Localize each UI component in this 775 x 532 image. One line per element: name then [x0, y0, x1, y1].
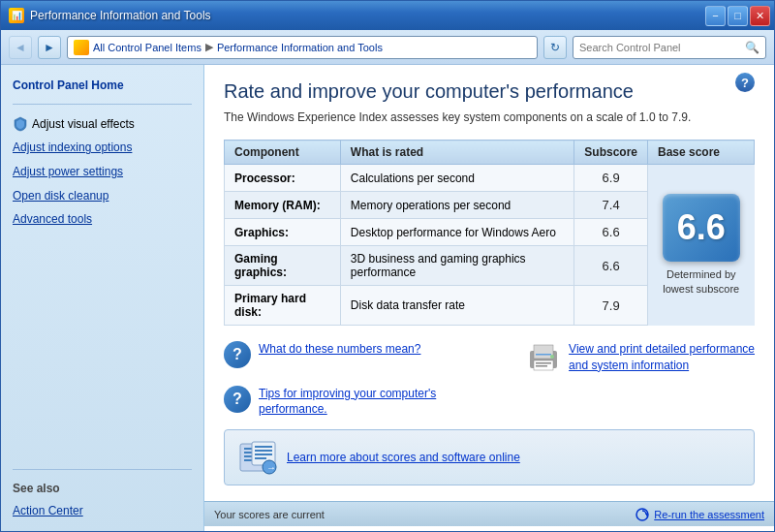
breadcrumb: All Control Panel Items ▶ Performance In…: [93, 41, 383, 53]
base-score-cell: 6.6Determined by lowest subscore: [648, 165, 755, 326]
learn-icon: →: [238, 440, 277, 475]
col-subscore: Subscore: [574, 141, 648, 165]
shield-icon: [13, 116, 28, 132]
sidebar-home-link[interactable]: Control Panel Home: [1, 73, 203, 96]
minimize-button[interactable]: −: [705, 6, 726, 26]
component-cell: Memory (RAM):: [225, 192, 341, 219]
sidebar-item-visual-effects-label: Adjust visual effects: [32, 117, 135, 131]
sidebar-divider: [13, 104, 192, 105]
rerun-link[interactable]: Re-run the assessment: [635, 507, 764, 522]
col-what-rated: What is rated: [340, 141, 574, 165]
svg-rect-1: [534, 345, 553, 359]
svg-rect-4: [536, 362, 551, 364]
col-base-score: Base score: [648, 141, 755, 165]
subscore-cell: 7.4: [574, 192, 648, 219]
sidebar-item-action-center[interactable]: Action Center: [1, 499, 203, 523]
sidebar-item-advanced-tools[interactable]: Advanced tools: [1, 207, 203, 232]
rerun-label: Re-run the assessment: [654, 509, 764, 520]
svg-text:→: →: [266, 462, 276, 473]
what-numbers-link[interactable]: What do these numbers mean?: [259, 341, 420, 358]
svg-rect-14: [255, 450, 272, 452]
col-component: Component: [225, 141, 341, 165]
refresh-icon: [635, 507, 650, 522]
svg-rect-13: [255, 446, 272, 448]
sidebar-item-indexing[interactable]: Adjust indexing options: [1, 136, 203, 160]
svg-rect-3: [536, 354, 551, 356]
window-title: Performance Information and Tools: [30, 9, 211, 22]
title-bar-left: 📊 Performance Information and Tools: [9, 8, 211, 23]
tips-item: ? Tips for improving your computer's per…: [224, 386, 755, 419]
view-print-link[interactable]: View and print detailed performance and …: [569, 341, 755, 374]
page-subtitle: The Windows Experience Index assesses ke…: [224, 110, 755, 124]
main-window: 📊 Performance Information and Tools − □ …: [0, 0, 775, 532]
what-rated-cell: 3D business and gaming graphics performa…: [340, 246, 574, 286]
svg-point-6: [550, 355, 554, 359]
search-box: 🔍: [573, 36, 766, 59]
address-icon: [74, 40, 89, 55]
content-pane: ? Rate and improve your computer's perfo…: [204, 65, 774, 531]
tips-link[interactable]: Tips for improving your computer's perfo…: [259, 386, 436, 419]
subscore-cell: 7.9: [574, 286, 648, 326]
forward-button[interactable]: ►: [38, 36, 61, 59]
maximize-button[interactable]: □: [728, 6, 748, 26]
title-controls: − □ ✕: [705, 6, 770, 26]
table-row: Processor:Calculations per second6.96.6D…: [225, 165, 755, 192]
see-also-label: See also: [1, 478, 203, 499]
score-badge: 6.6: [663, 194, 740, 262]
what-rated-cell: Calculations per second: [340, 165, 574, 192]
sidebar-divider-2: [13, 469, 192, 470]
learn-more-link[interactable]: Learn more about scores and software onl…: [287, 450, 520, 466]
address-box: All Control Panel Items ▶ Performance In…: [67, 36, 538, 59]
back-button[interactable]: ◄: [9, 36, 32, 59]
question-circle-icon: ?: [224, 341, 251, 368]
what-rated-cell: Memory operations per second: [340, 192, 574, 219]
sidebar-item-power[interactable]: Adjust power settings: [1, 160, 203, 184]
subscore-cell: 6.6: [574, 219, 648, 246]
what-rated-cell: Disk data transfer rate: [340, 286, 574, 326]
status-text: Your scores are current: [214, 509, 325, 520]
help-button[interactable]: ?: [735, 73, 755, 92]
sidebar-item-disk-cleanup[interactable]: Open disk cleanup: [1, 184, 203, 208]
address-bar: ◄ ► All Control Panel Items ▶ Performanc…: [1, 30, 774, 65]
search-button[interactable]: 🔍: [745, 41, 760, 54]
links-section: ? What do these numbers mean? View and p…: [224, 341, 755, 374]
learn-more-box: → Learn more about scores and software o…: [224, 429, 755, 485]
svg-rect-15: [255, 454, 272, 455]
close-button[interactable]: ✕: [750, 6, 770, 26]
view-print-link-item: View and print detailed performance and …: [526, 341, 755, 374]
window-icon: 📊: [9, 8, 24, 23]
sidebar-item-visual-effects[interactable]: Adjust visual effects: [1, 112, 203, 136]
component-cell: Graphics:: [225, 219, 341, 246]
performance-table: Component What is rated Subscore Base sc…: [224, 140, 755, 326]
component-cell: Processor:: [225, 165, 341, 192]
base-score-label: Determined by lowest subscore: [658, 267, 745, 296]
breadcrumb-root[interactable]: All Control Panel Items: [93, 42, 202, 53]
subscore-cell: 6.6: [574, 246, 648, 286]
sidebar: Control Panel Home Adjust visual effects…: [1, 65, 204, 531]
tips-icon: ?: [224, 386, 251, 413]
search-input[interactable]: [579, 42, 745, 53]
breadcrumb-current: Performance Information and Tools: [217, 42, 383, 53]
print-icon: [526, 341, 561, 372]
what-rated-cell: Desktop performance for Windows Aero: [340, 219, 574, 246]
main-area: Control Panel Home Adjust visual effects…: [1, 65, 774, 531]
refresh-button[interactable]: ↻: [543, 36, 567, 59]
status-bar: Your scores are current Re-run the asses…: [204, 501, 774, 526]
component-cell: Primary hard disk:: [225, 286, 341, 326]
title-bar: 📊 Performance Information and Tools − □ …: [1, 1, 774, 30]
component-cell: Gaming graphics:: [225, 246, 341, 286]
svg-rect-16: [255, 457, 266, 459]
page-title: Rate and improve your computer's perform…: [224, 80, 755, 103]
svg-rect-5: [536, 365, 547, 367]
breadcrumb-sep: ▶: [205, 41, 213, 53]
subscore-cell: 6.9: [574, 165, 648, 192]
what-numbers-link-item: ? What do these numbers mean?: [224, 341, 507, 374]
